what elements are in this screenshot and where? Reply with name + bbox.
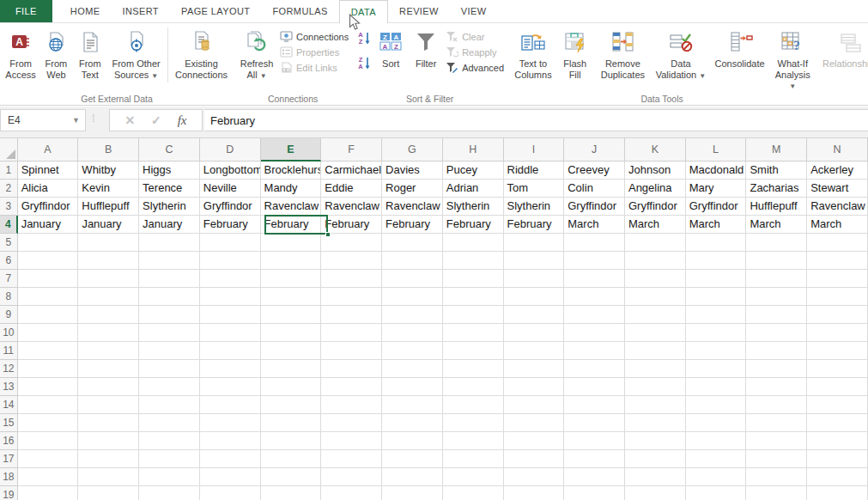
cell-I18[interactable] xyxy=(504,468,565,486)
row-header-3[interactable]: 3 xyxy=(0,198,18,216)
cell-F10[interactable] xyxy=(321,324,382,342)
cell-A19[interactable] xyxy=(18,486,79,500)
cell-D12[interactable] xyxy=(200,360,261,378)
cell-A7[interactable] xyxy=(18,270,79,288)
row-header-16[interactable]: 16 xyxy=(0,432,18,450)
cell-J18[interactable] xyxy=(564,468,625,486)
cell-I8[interactable] xyxy=(504,288,565,306)
cell-B8[interactable] xyxy=(78,288,139,306)
cell-G17[interactable] xyxy=(382,450,443,468)
cell-K12[interactable] xyxy=(625,360,686,378)
cell-E9[interactable] xyxy=(261,306,322,324)
cell-L8[interactable] xyxy=(686,288,747,306)
cell-L18[interactable] xyxy=(686,468,747,486)
tab-file[interactable]: FILE xyxy=(0,0,52,22)
flash-fill-button[interactable]: Flash Fill xyxy=(557,26,593,82)
cell-N11[interactable] xyxy=(807,342,868,360)
cell-N15[interactable] xyxy=(807,414,868,432)
cell-H15[interactable] xyxy=(443,414,504,432)
cell-B19[interactable] xyxy=(78,486,139,500)
cell-I9[interactable] xyxy=(504,306,565,324)
row-header-1[interactable]: 1 xyxy=(0,162,18,180)
cell-H18[interactable] xyxy=(443,468,504,486)
cell-D3[interactable]: Gryffindor xyxy=(200,198,261,216)
cell-N16[interactable] xyxy=(807,432,868,450)
cell-D8[interactable] xyxy=(200,288,261,306)
cell-J7[interactable] xyxy=(564,270,625,288)
cell-G11[interactable] xyxy=(382,342,443,360)
cell-E2[interactable]: Mandy xyxy=(261,180,322,198)
cell-G18[interactable] xyxy=(382,468,443,486)
cell-H4[interactable]: February xyxy=(443,216,504,234)
cell-K15[interactable] xyxy=(625,414,686,432)
cell-B18[interactable] xyxy=(78,468,139,486)
cell-A3[interactable]: Gryffindor xyxy=(18,198,79,216)
cell-M10[interactable] xyxy=(746,324,807,342)
text-to-columns-button[interactable]: Text to Columns xyxy=(509,26,557,82)
cell-M16[interactable] xyxy=(746,432,807,450)
cell-M5[interactable] xyxy=(746,234,807,252)
cell-H17[interactable] xyxy=(443,450,504,468)
cell-G14[interactable] xyxy=(382,396,443,414)
cell-C2[interactable]: Terence xyxy=(139,180,200,198)
cell-C7[interactable] xyxy=(139,270,200,288)
cell-I3[interactable]: Slytherin xyxy=(504,198,565,216)
cell-I11[interactable] xyxy=(504,342,565,360)
data-validation-button[interactable]: Data Validation ▼ xyxy=(653,26,709,82)
cell-F3[interactable]: Ravenclaw xyxy=(321,198,382,216)
cell-G19[interactable] xyxy=(382,486,443,500)
row-header-9[interactable]: 9 xyxy=(0,306,18,324)
row-header-18[interactable]: 18 xyxy=(0,468,18,486)
cell-F15[interactable] xyxy=(321,414,382,432)
cell-H6[interactable] xyxy=(443,252,504,270)
row-header-15[interactable]: 15 xyxy=(0,414,18,432)
cell-J19[interactable] xyxy=(564,486,625,500)
cell-E4[interactable]: February xyxy=(261,216,322,234)
cell-F14[interactable] xyxy=(321,396,382,414)
cell-K14[interactable] xyxy=(625,396,686,414)
cell-F4[interactable]: February xyxy=(321,216,382,234)
cell-M15[interactable] xyxy=(746,414,807,432)
cell-B17[interactable] xyxy=(78,450,139,468)
cell-K18[interactable] xyxy=(625,468,686,486)
column-header-F[interactable]: F xyxy=(321,138,382,162)
cell-M8[interactable] xyxy=(746,288,807,306)
cell-M14[interactable] xyxy=(746,396,807,414)
cell-N13[interactable] xyxy=(807,378,868,396)
cell-A2[interactable]: Alicia xyxy=(18,180,79,198)
cell-H7[interactable] xyxy=(443,270,504,288)
column-header-N[interactable]: N xyxy=(807,138,868,162)
tab-home[interactable]: HOME xyxy=(59,0,112,22)
cell-I1[interactable]: Riddle xyxy=(504,162,565,180)
cell-I6[interactable] xyxy=(504,252,565,270)
cell-D19[interactable] xyxy=(200,486,261,500)
formula-input[interactable]: February xyxy=(204,109,868,131)
cell-D2[interactable]: Neville xyxy=(200,180,261,198)
cell-A16[interactable] xyxy=(18,432,79,450)
cell-J4[interactable]: March xyxy=(564,216,625,234)
cell-K19[interactable] xyxy=(625,486,686,500)
cell-F19[interactable] xyxy=(321,486,382,500)
cell-D18[interactable] xyxy=(200,468,261,486)
cell-I13[interactable] xyxy=(504,378,565,396)
cell-H9[interactable] xyxy=(443,306,504,324)
cell-H14[interactable] xyxy=(443,396,504,414)
refresh-all-button[interactable]: Refresh All ▼ xyxy=(235,26,278,82)
cell-H8[interactable] xyxy=(443,288,504,306)
cell-D10[interactable] xyxy=(200,324,261,342)
cell-E13[interactable] xyxy=(261,378,322,396)
cell-M7[interactable] xyxy=(746,270,807,288)
cell-L16[interactable] xyxy=(686,432,747,450)
cell-K8[interactable] xyxy=(625,288,686,306)
row-header-7[interactable]: 7 xyxy=(0,270,18,288)
cell-D1[interactable]: Longbottom xyxy=(200,162,261,180)
cell-H5[interactable] xyxy=(443,234,504,252)
cell-E18[interactable] xyxy=(261,468,322,486)
cell-L3[interactable]: Gryffindor xyxy=(686,198,747,216)
cell-G6[interactable] xyxy=(382,252,443,270)
column-header-B[interactable]: B xyxy=(78,138,139,162)
cell-A12[interactable] xyxy=(18,360,79,378)
cell-L6[interactable] xyxy=(686,252,747,270)
cell-J12[interactable] xyxy=(564,360,625,378)
cell-I10[interactable] xyxy=(504,324,565,342)
